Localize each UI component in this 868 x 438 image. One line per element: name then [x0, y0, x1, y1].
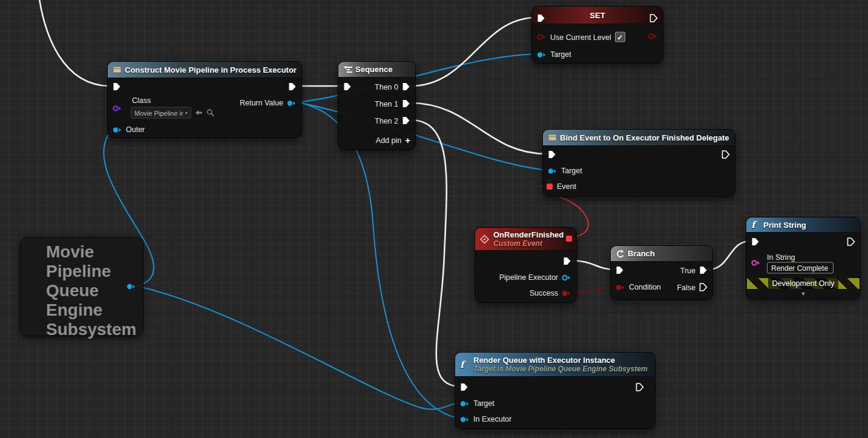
exec-out-pin[interactable]: [649, 14, 658, 23]
return-value-label: Return Value: [240, 99, 283, 107]
success-label: Success: [530, 289, 558, 297]
wire-true-to-printstring: [708, 241, 750, 270]
exec-out-pin[interactable]: [563, 257, 571, 266]
false-label: False: [677, 283, 695, 291]
subsystem-line: Subsystem: [46, 320, 143, 339]
exec-in-pin[interactable]: [343, 82, 352, 91]
subsystem-title: Movie Pipeline Queue Engine Subsystem: [21, 237, 143, 339]
function-icon: f: [751, 219, 755, 230]
browse-icon[interactable]: [206, 109, 214, 117]
wire-success-to-condition: [571, 287, 614, 293]
node-sequence[interactable]: Sequence Then 0 Then 1 Then 2 Add pin +: [338, 61, 416, 150]
subsystem-line: Engine: [46, 300, 143, 320]
sequence-icon: [343, 65, 353, 73]
wire-then2-to-renderqueue: [410, 120, 459, 387]
exec-in-pin[interactable]: [113, 82, 121, 91]
node-header[interactable]: Branch: [611, 246, 712, 262]
use-current-level-checkbox[interactable]: ✓: [615, 32, 625, 42]
exec-out-pin[interactable]: [722, 150, 730, 159]
delegate-out-pin[interactable]: [565, 235, 573, 242]
in-string-input[interactable]: [767, 262, 833, 274]
custom-event-icon: [480, 234, 489, 244]
node-movie-pipeline-queue-engine-subsystem[interactable]: Movie Pipeline Queue Engine Subsystem: [20, 237, 143, 336]
node-header[interactable]: Bind Event to On Executor Finished Deleg…: [543, 130, 735, 146]
node-header[interactable]: OnRenderFinished Custom Event: [475, 228, 576, 251]
in-string-label: In String: [767, 253, 795, 262]
node-branch[interactable]: Branch True Condition False: [610, 245, 713, 300]
exec-out-pin[interactable]: [847, 237, 855, 247]
then2-label: Then 2: [375, 116, 398, 125]
plus-icon: +: [405, 138, 410, 144]
use-current-level-output-pin[interactable]: [648, 33, 658, 40]
development-only-banner: Development Only: [747, 278, 860, 289]
false-pin[interactable]: [699, 283, 708, 292]
expand-node-arrow[interactable]: ▼: [801, 291, 806, 297]
node-title: Bind Event to On Executor Finished Deleg…: [560, 133, 729, 142]
subsystem-line: Pipeline: [46, 262, 143, 281]
add-pin-label: Add pin: [376, 136, 401, 145]
target-pin[interactable]: [460, 400, 470, 407]
exec-in-pin[interactable]: [751, 237, 760, 247]
target-pin[interactable]: [537, 51, 547, 58]
wire-event-to-branch: [571, 260, 615, 270]
class-select-dropdown[interactable]: Movie Pipeline ir ▾: [131, 107, 191, 119]
node-title: Render Queue with Executor Instance: [473, 356, 615, 365]
then0-pin[interactable]: [402, 82, 410, 91]
class-selected-value: Movie Pipeline ir: [134, 109, 183, 116]
return-value-pin[interactable]: [287, 100, 297, 107]
wire-returnvalue-to-bindevent-target: [298, 102, 548, 170]
target-pin[interactable]: [548, 168, 557, 174]
outer-pin[interactable]: [113, 127, 122, 133]
node-header[interactable]: Sequence: [338, 62, 415, 78]
node-header[interactable]: f Print String: [746, 217, 860, 233]
development-only-label: Development Only: [768, 278, 839, 289]
exec-out-pin[interactable]: [288, 82, 297, 91]
pipeline-executor-pin[interactable]: [562, 274, 571, 281]
use-selected-icon[interactable]: [195, 110, 203, 116]
wire-subsystem-to-renderqueue-target: [136, 286, 460, 410]
true-pin[interactable]: [699, 266, 708, 275]
wire-then1-to-bindevent: [410, 103, 547, 154]
node-title: OnRenderFinished: [493, 230, 564, 239]
class-label: Class: [132, 96, 151, 105]
exec-in-pin[interactable]: [537, 14, 545, 23]
outer-label: Outer: [126, 125, 145, 134]
class-pin[interactable]: [113, 105, 122, 112]
node-subtitle: Target is Movie Pipeline Queue Engine Su…: [473, 365, 648, 373]
event-delegate-pin[interactable]: [546, 183, 553, 190]
node-bind-event[interactable]: Bind Event to On Executor Finished Deleg…: [542, 129, 735, 197]
add-pin-button[interactable]: Add pin +: [376, 136, 410, 145]
then2-pin[interactable]: [402, 116, 410, 125]
node-on-render-finished[interactable]: OnRenderFinished Custom Event Pipeline E…: [475, 227, 577, 303]
exec-in-pin[interactable]: [548, 150, 556, 159]
target-label: Target: [561, 167, 582, 175]
node-title: Print String: [763, 221, 806, 230]
blueprint-graph-canvas[interactable]: SET Use Current Level ✓ Target Construct…: [0, 0, 868, 438]
exec-in-pin[interactable]: [460, 383, 469, 392]
node-title: Branch: [628, 249, 655, 258]
exec-in-pin[interactable]: [616, 266, 624, 275]
subsystem-return-pin[interactable]: [127, 284, 136, 290]
node-title: Construct Movie Pipeline in Process Exec…: [125, 65, 297, 75]
node-header[interactable]: SET: [532, 7, 663, 24]
function-icon: f: [460, 359, 464, 370]
target-label: Target: [550, 50, 571, 59]
success-pin[interactable]: [562, 290, 571, 297]
node-set-use-current-level[interactable]: SET Use Current Level ✓ Target: [531, 6, 663, 64]
pipeline-executor-label: Pipeline Executor: [499, 273, 558, 282]
branch-icon: [616, 250, 624, 258]
node-title: SET: [590, 11, 605, 20]
use-current-level-input-pin[interactable]: [537, 34, 547, 41]
node-header[interactable]: f Render Queue with Executor Instance Ta…: [455, 353, 655, 377]
in-string-pin[interactable]: [751, 260, 761, 267]
in-executor-pin[interactable]: [460, 416, 470, 423]
node-construct-movie-pipeline[interactable]: Construct Movie Pipeline in Process Exec…: [107, 61, 302, 138]
node-render-queue-with-executor[interactable]: f Render Queue with Executor Instance Ta…: [455, 352, 656, 429]
then1-pin[interactable]: [402, 99, 410, 108]
exec-out-pin[interactable]: [636, 383, 644, 392]
node-header[interactable]: Construct Movie Pipeline in Process Exec…: [108, 62, 301, 78]
condition-pin[interactable]: [616, 284, 625, 291]
use-current-level-label: Use Current Level: [550, 33, 611, 41]
node-print-string[interactable]: f Print String In String Development Onl…: [746, 217, 861, 299]
chevron-down-icon: ▾: [185, 110, 188, 116]
